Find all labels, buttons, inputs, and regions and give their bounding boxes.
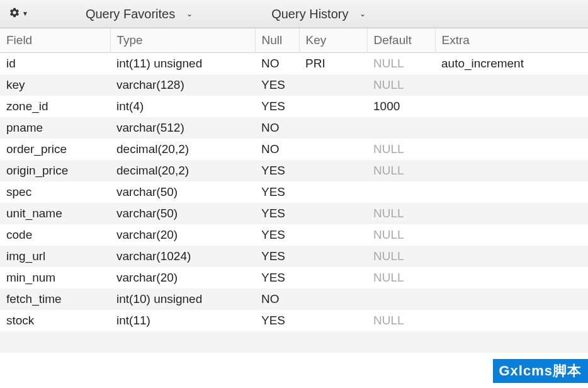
cell-field: min_num xyxy=(0,267,110,288)
cell-field: fetch_time xyxy=(0,288,110,310)
settings-menu-button[interactable]: ▼ xyxy=(5,4,32,24)
cell-extra: auto_increment xyxy=(435,53,588,75)
cell-default: NULL xyxy=(367,267,435,288)
column-header-field[interactable]: Field xyxy=(0,28,110,53)
cell-null: NO xyxy=(255,53,299,75)
cell-extra xyxy=(435,288,588,310)
table-row[interactable]: unit_namevarchar(50)YESNULL xyxy=(0,203,588,224)
table-row[interactable]: img_urlvarchar(1024)YESNULL xyxy=(0,246,588,267)
cell-key xyxy=(299,139,367,160)
column-header-type[interactable]: Type xyxy=(110,28,255,53)
chevron-down-icon: ⌄ xyxy=(186,9,193,18)
cell-type: varchar(1024) xyxy=(110,246,255,267)
table-row[interactable]: specvarchar(50)YES xyxy=(0,181,588,203)
table-row[interactable]: zone_idint(4)YES1000 xyxy=(0,96,588,117)
cell-type: varchar(20) xyxy=(110,267,255,288)
table-row-empty xyxy=(0,331,588,353)
table-row[interactable]: order_pricedecimal(20,2)NONULL xyxy=(0,139,588,160)
cell-extra xyxy=(435,117,588,139)
cell-type: int(11) unsigned xyxy=(110,53,255,75)
cell-null: NO xyxy=(255,288,299,310)
cell-default xyxy=(367,288,435,310)
cell-default: NULL xyxy=(367,310,435,331)
cell-extra xyxy=(435,310,588,331)
query-favorites-dropdown[interactable]: Query Favorites ⌄ xyxy=(76,7,202,21)
cell-null: YES xyxy=(255,203,299,224)
table-body: idint(11) unsignedNOPRINULLauto_incremen… xyxy=(0,53,588,353)
cell-null: YES xyxy=(255,246,299,267)
cell-type: varchar(512) xyxy=(110,117,255,139)
cell-key xyxy=(299,203,367,224)
cell-key xyxy=(299,181,367,203)
table-row[interactable]: stockint(11)YESNULL xyxy=(0,310,588,331)
cell-field: spec xyxy=(0,181,110,203)
cell-default: 1000 xyxy=(367,96,435,117)
cell-extra xyxy=(435,160,588,181)
query-history-label: Query History xyxy=(271,7,348,21)
schema-table: Field Type Null Key Default Extra idint(… xyxy=(0,28,588,353)
cell-extra xyxy=(435,246,588,267)
chevron-down-icon: ⌄ xyxy=(359,9,366,18)
cell-null: YES xyxy=(255,310,299,331)
cell-extra xyxy=(435,224,588,246)
table-row[interactable]: fetch_timeint(10) unsignedNO xyxy=(0,288,588,310)
cell-field: id xyxy=(0,53,110,75)
query-favorites-label: Query Favorites xyxy=(86,7,175,21)
cell-extra xyxy=(435,267,588,288)
cell-extra xyxy=(435,96,588,117)
column-header-default[interactable]: Default xyxy=(367,28,435,53)
cell-key xyxy=(299,160,367,181)
column-header-extra[interactable]: Extra xyxy=(435,28,588,53)
cell-default: NULL xyxy=(367,74,435,96)
cell-extra xyxy=(435,74,588,96)
table-row[interactable]: idint(11) unsignedNOPRINULLauto_incremen… xyxy=(0,53,588,75)
table-row[interactable]: codevarchar(20)YESNULL xyxy=(0,224,588,246)
cell-null: YES xyxy=(255,267,299,288)
table-row[interactable]: keyvarchar(128)YESNULL xyxy=(0,74,588,96)
cell-extra xyxy=(435,181,588,203)
cell-field: key xyxy=(0,74,110,96)
table-row[interactable]: min_numvarchar(20)YESNULL xyxy=(0,267,588,288)
cell-field: origin_price xyxy=(0,160,110,181)
cell-extra xyxy=(435,203,588,224)
cell-field: code xyxy=(0,224,110,246)
cell-type: varchar(50) xyxy=(110,181,255,203)
chevron-down-icon: ▼ xyxy=(22,11,28,17)
cell-extra xyxy=(435,139,588,160)
cell-null: YES xyxy=(255,224,299,246)
query-history-dropdown[interactable]: Query History ⌄ xyxy=(262,7,375,21)
cell-type: varchar(50) xyxy=(110,203,255,224)
cell-type: decimal(20,2) xyxy=(110,139,255,160)
cell-null: YES xyxy=(255,96,299,117)
cell-key xyxy=(299,246,367,267)
column-header-key[interactable]: Key xyxy=(299,28,367,53)
cell-null: NO xyxy=(255,117,299,139)
table-header-row: Field Type Null Key Default Extra xyxy=(0,28,588,53)
cell-key xyxy=(299,288,367,310)
cell-default: NULL xyxy=(367,53,435,75)
toolbar: ▼ Query Favorites ⌄ Query History ⌄ xyxy=(0,0,588,28)
cell-type: decimal(20,2) xyxy=(110,160,255,181)
column-header-null[interactable]: Null xyxy=(255,28,299,53)
cell-default: NULL xyxy=(367,203,435,224)
cell-key xyxy=(299,96,367,117)
cell-default: NULL xyxy=(367,139,435,160)
cell-key xyxy=(299,267,367,288)
cell-key xyxy=(299,74,367,96)
cell-default: NULL xyxy=(367,246,435,267)
cell-field: stock xyxy=(0,310,110,331)
cell-default: NULL xyxy=(367,160,435,181)
cell-field: order_price xyxy=(0,139,110,160)
cell-null: YES xyxy=(255,181,299,203)
cell-default xyxy=(367,117,435,139)
table-row[interactable]: origin_pricedecimal(20,2)YESNULL xyxy=(0,160,588,181)
table-structure-view: Field Type Null Key Default Extra idint(… xyxy=(0,28,588,353)
cell-default xyxy=(367,181,435,203)
cell-key xyxy=(299,117,367,139)
watermark: Gxlcms脚本 xyxy=(493,359,589,383)
cell-null: NO xyxy=(255,139,299,160)
cell-null: YES xyxy=(255,160,299,181)
cell-key xyxy=(299,224,367,246)
table-row[interactable]: pnamevarchar(512)NO xyxy=(0,117,588,139)
cell-field: zone_id xyxy=(0,96,110,117)
